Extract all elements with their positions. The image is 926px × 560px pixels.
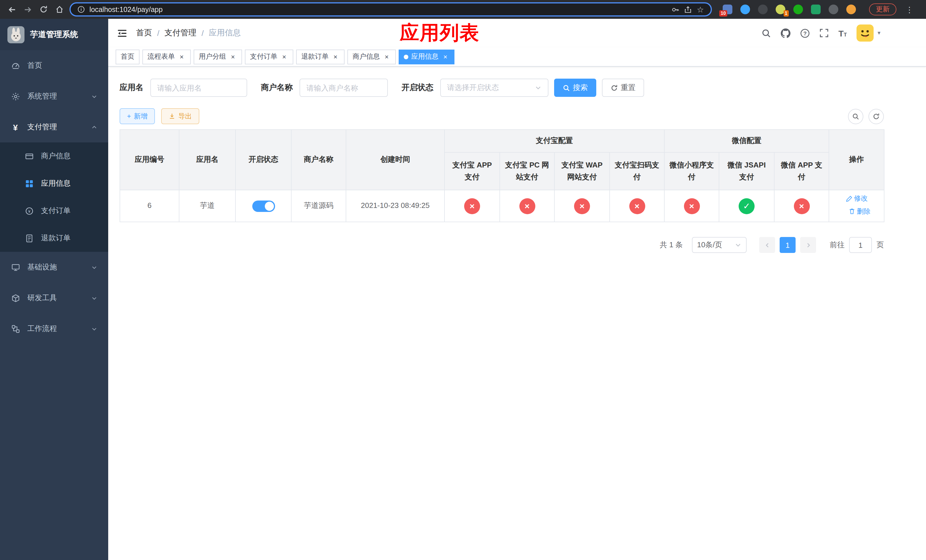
sidebar: 芋道管理系统 首页 系统管理 ¥ 支付管理 商户信息 — [0, 19, 108, 560]
page-size-select[interactable]: 10条/页 — [692, 237, 747, 253]
extension-icon-2[interactable] — [740, 5, 750, 14]
fullscreen-icon[interactable] — [820, 29, 829, 38]
main-content: 应用名 商户名称 开启状态 请选择开启状态 搜索 重置 + 新增 — [108, 67, 926, 560]
monitor-icon — [11, 263, 20, 272]
delete-link-label: 删除 — [857, 206, 870, 217]
export-button[interactable]: 导出 — [161, 108, 199, 124]
search-icon[interactable] — [762, 28, 772, 38]
github-icon[interactable] — [781, 28, 791, 38]
extension-icon-4[interactable]: 1 — [776, 5, 785, 14]
sidebar-item-workflow[interactable]: 工作流程 — [0, 313, 108, 344]
cell-wx-jsapi: ✓ — [719, 190, 774, 222]
sidebar-item-system[interactable]: 系统管理 — [0, 81, 108, 112]
extension-badge: 10 — [719, 10, 727, 17]
password-key-icon[interactable] — [672, 5, 680, 14]
sidebar-item-payment[interactable]: ¥ 支付管理 — [0, 112, 108, 142]
workflow-icon — [11, 324, 20, 333]
status-select[interactable]: 请选择开启状态 — [440, 79, 548, 97]
help-icon[interactable]: ? — [800, 28, 810, 38]
tab-user-group[interactable]: 用户分组 × — [194, 49, 242, 64]
app-name-label: 应用名 — [120, 83, 144, 93]
tab-refund-order[interactable]: 退款订单 × — [296, 49, 345, 64]
breadcrumb-item[interactable]: 首页 — [136, 28, 152, 38]
breadcrumb-item[interactable]: 支付管理 — [165, 28, 197, 38]
app-name-input[interactable] — [150, 79, 247, 97]
close-icon[interactable]: × — [441, 53, 449, 61]
reset-button[interactable]: 重置 — [602, 79, 644, 97]
address-bar[interactable]: localhost:1024/pay/app ☆ — [70, 2, 712, 17]
font-size-icon[interactable]: TT — [838, 29, 847, 37]
page-number-button[interactable]: 1 — [780, 237, 796, 253]
app-logo[interactable]: 芋道管理系统 — [0, 19, 108, 50]
chevron-down-icon — [91, 264, 97, 270]
tab-merchant-info[interactable]: 商户信息 × — [347, 49, 396, 64]
sidebar-item-label: 首页 — [27, 61, 97, 71]
cell-merchant: 芋道源码 — [291, 190, 346, 222]
reload-icon[interactable] — [38, 3, 50, 15]
status-label: 开启状态 — [401, 83, 433, 93]
column-group-wechat: 微信配置 — [664, 130, 829, 152]
column-header-alipay-wap: 支付宝 WAP 网站支付 — [554, 152, 610, 190]
extension-icon-5[interactable] — [793, 5, 803, 14]
back-icon[interactable] — [6, 3, 18, 15]
search-button[interactable]: 搜索 — [554, 79, 596, 97]
forward-icon[interactable] — [22, 3, 33, 15]
config-status-icon: × — [629, 198, 645, 214]
sidebar-item-infrastructure[interactable]: 基础设施 — [0, 252, 108, 283]
user-menu[interactable]: ▾ — [856, 24, 881, 42]
page-unit-label: 页 — [876, 240, 884, 250]
close-icon[interactable]: × — [280, 53, 288, 61]
credit-card-icon — [24, 151, 33, 160]
tab-pay-order[interactable]: 支付订单 × — [245, 49, 293, 64]
logo-avatar — [8, 26, 24, 43]
close-icon[interactable]: × — [178, 53, 186, 61]
bookmark-star-icon[interactable]: ☆ — [697, 5, 704, 14]
cube-icon — [11, 294, 20, 303]
browser-menu-icon[interactable]: ⋮ — [905, 5, 914, 14]
merchant-name-input[interactable] — [300, 79, 388, 97]
sidebar-toggle-icon[interactable] — [117, 28, 127, 38]
add-button[interactable]: + 新增 — [120, 108, 155, 124]
refresh-button[interactable] — [869, 109, 884, 124]
config-status-icon: × — [519, 198, 535, 214]
enabled-switch[interactable] — [252, 200, 275, 212]
delete-link[interactable]: 删除 — [848, 206, 870, 217]
sidebar-item-app-info[interactable]: 应用信息 — [0, 170, 108, 197]
edit-link[interactable]: 修改 — [846, 193, 868, 204]
close-icon[interactable]: × — [229, 53, 237, 61]
payment-submenu: 商户信息 应用信息 ¥ 支付订单 退款订单 — [0, 142, 108, 252]
extension-icon-7[interactable] — [829, 5, 838, 14]
plus-icon: + — [127, 112, 131, 120]
extension-icon-3[interactable] — [758, 5, 768, 14]
toggle-search-button[interactable] — [848, 109, 863, 124]
cell-wx-mini: × — [664, 190, 719, 222]
close-icon[interactable]: × — [331, 53, 339, 61]
extension-icon-8[interactable] — [846, 5, 856, 14]
config-status-icon: × — [684, 198, 700, 214]
sidebar-item-merchant-info[interactable]: 商户信息 — [0, 142, 108, 170]
screen: localhost:1024/pay/app ☆ 10 1 更新 ⋮ — [0, 0, 926, 560]
extension-icon-6[interactable] — [811, 5, 821, 14]
tab-home[interactable]: 首页 — [116, 49, 139, 64]
sidebar-item-label: 研发工具 — [27, 293, 84, 303]
sidebar-item-dev-tools[interactable]: 研发工具 — [0, 283, 108, 313]
config-status-icon: × — [574, 198, 590, 214]
cell-created: 2021-10-23 08:49:25 — [346, 190, 445, 222]
url-text[interactable]: localhost:1024/pay/app — [89, 5, 667, 14]
browser-update-button[interactable]: 更新 — [869, 3, 896, 15]
share-icon[interactable] — [684, 5, 692, 14]
sidebar-item-home[interactable]: 首页 — [0, 50, 108, 81]
site-info-icon[interactable] — [77, 6, 85, 13]
close-icon[interactable]: × — [383, 53, 391, 61]
sidebar-item-pay-order[interactable]: ¥ 支付订单 — [0, 197, 108, 224]
home-icon[interactable] — [53, 3, 65, 15]
next-page-button[interactable] — [800, 237, 816, 253]
prev-page-button[interactable] — [759, 237, 775, 253]
extension-icon-1[interactable]: 10 — [723, 5, 732, 14]
tab-label: 应用信息 — [411, 52, 439, 62]
tab-process-form[interactable]: 流程表单 × — [142, 49, 191, 64]
page-header: 首页 / 支付管理 / 应用信息 应用列表 ? TT — [108, 19, 926, 47]
sidebar-item-refund-order[interactable]: 退款订单 — [0, 224, 108, 252]
goto-page-input[interactable] — [849, 237, 872, 253]
tab-app-info[interactable]: 应用信息 × — [399, 49, 454, 64]
